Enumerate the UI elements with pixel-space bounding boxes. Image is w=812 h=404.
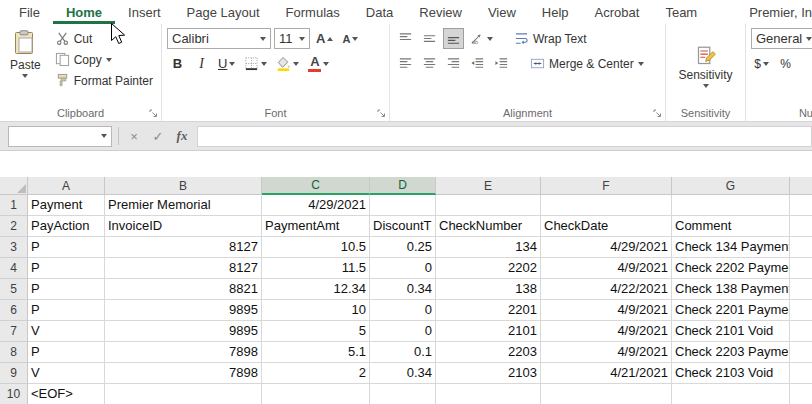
row-header-2[interactable]: 2	[0, 216, 28, 237]
tab-insert[interactable]: Insert	[115, 0, 174, 24]
cell-A1[interactable]: Payment	[28, 195, 105, 216]
cell-H4[interactable]	[790, 258, 812, 279]
tab-view[interactable]: View	[475, 0, 529, 24]
column-header-G[interactable]: G	[672, 177, 790, 195]
increase-indent-button[interactable]	[491, 53, 512, 74]
cell-H1[interactable]	[790, 195, 812, 216]
cell-F7[interactable]: 4/9/2021	[541, 321, 672, 342]
cell-D7[interactable]: 0	[370, 321, 436, 342]
column-header-E[interactable]: E	[436, 177, 541, 195]
cell-C7[interactable]: 5	[262, 321, 370, 342]
tab-file[interactable]: File	[6, 0, 53, 24]
cell-A2[interactable]: PayAction	[28, 216, 105, 237]
cell-A4[interactable]: P	[28, 258, 105, 279]
column-header-C[interactable]: C	[262, 177, 370, 195]
tab-home[interactable]: Home	[53, 0, 115, 24]
cell-F4[interactable]: 4/9/2021	[541, 258, 672, 279]
cell-G1[interactable]	[672, 195, 790, 216]
font-dialog-launcher[interactable]	[377, 109, 386, 118]
cell-E10[interactable]	[436, 384, 541, 404]
row-header-3[interactable]: 3	[0, 237, 28, 258]
cell-A5[interactable]: P	[28, 279, 105, 300]
cell-D8[interactable]: 0.1	[370, 342, 436, 363]
cell-E5[interactable]: 138	[436, 279, 541, 300]
cell-E4[interactable]: 2202	[436, 258, 541, 279]
cell-B9[interactable]: 7898	[105, 363, 262, 384]
alignment-dialog-launcher[interactable]	[653, 109, 662, 118]
cell-C2[interactable]: PaymentAmt	[262, 216, 370, 237]
row-header-7[interactable]: 7	[0, 321, 28, 342]
cell-B4[interactable]: 8127	[105, 258, 262, 279]
cell-A10[interactable]: <EOF>	[28, 384, 105, 404]
cell-C9[interactable]: 2	[262, 363, 370, 384]
tab-team[interactable]: Team	[652, 0, 710, 24]
cell-B3[interactable]: 8127	[105, 237, 262, 258]
cell-D6[interactable]: 0	[370, 300, 436, 321]
cell-H3[interactable]	[790, 237, 812, 258]
cell-E7[interactable]: 2101	[436, 321, 541, 342]
font-size-select[interactable]: 11	[274, 28, 310, 49]
select-all-corner[interactable]	[0, 177, 28, 195]
cell-G2[interactable]: Comment	[672, 216, 790, 237]
decrease-indent-button[interactable]	[467, 53, 488, 74]
cell-A6[interactable]: P	[28, 300, 105, 321]
cell-C8[interactable]: 5.1	[262, 342, 370, 363]
cut-button[interactable]: Cut	[52, 28, 156, 49]
tab-acrobat[interactable]: Acrobat	[582, 0, 653, 24]
row-header-1[interactable]: 1	[0, 195, 28, 216]
cell-A8[interactable]: P	[28, 342, 105, 363]
cell-F2[interactable]: CheckDate	[541, 216, 672, 237]
cell-E1[interactable]	[436, 195, 541, 216]
cell-C4[interactable]: 11.5	[262, 258, 370, 279]
enter-button[interactable]: ✓	[149, 129, 167, 144]
cell-F5[interactable]: 4/22/2021	[541, 279, 672, 300]
underline-button[interactable]: U	[215, 53, 238, 74]
orientation-button[interactable]: ab	[467, 28, 496, 49]
cell-G4[interactable]: Check 2202 Payment	[672, 258, 790, 279]
cell-G9[interactable]: Check 2103 Void	[672, 363, 790, 384]
formula-input[interactable]	[197, 126, 812, 147]
align-top-button[interactable]	[395, 28, 416, 49]
sensitivity-button[interactable]: Sensitivity	[671, 28, 740, 104]
cell-D1[interactable]	[370, 195, 436, 216]
row-header-8[interactable]: 8	[0, 342, 28, 363]
percent-button[interactable]: %	[775, 53, 796, 74]
cell-G8[interactable]: Check 2203 Payment	[672, 342, 790, 363]
decrease-font-button[interactable]: A	[339, 28, 361, 49]
cell-H8[interactable]	[790, 342, 812, 363]
cell-E6[interactable]: 2201	[436, 300, 541, 321]
cell-E8[interactable]: 2203	[436, 342, 541, 363]
cell-E2[interactable]: CheckNumber	[436, 216, 541, 237]
name-box[interactable]	[8, 126, 112, 147]
borders-button[interactable]	[241, 53, 270, 74]
cell-H6[interactable]	[790, 300, 812, 321]
account-label[interactable]: Premier, In	[743, 0, 812, 24]
font-family-select[interactable]: Calibri	[167, 28, 271, 49]
fill-color-button[interactable]	[273, 53, 302, 74]
cell-B5[interactable]: 8821	[105, 279, 262, 300]
column-header-D[interactable]: D	[370, 177, 436, 195]
cell-B1[interactable]: Premier Memorial	[105, 195, 262, 216]
cell-C6[interactable]: 10	[262, 300, 370, 321]
insert-function-button[interactable]: fx	[173, 128, 191, 144]
cell-D2[interactable]: DiscountT	[370, 216, 436, 237]
cell-D3[interactable]: 0.25	[370, 237, 436, 258]
paste-button[interactable]: Paste	[5, 28, 46, 104]
cell-D5[interactable]: 0.34	[370, 279, 436, 300]
tab-data[interactable]: Data	[353, 0, 406, 24]
cell-B6[interactable]: 9895	[105, 300, 262, 321]
tab-formulas[interactable]: Formulas	[273, 0, 353, 24]
align-center-button[interactable]	[419, 53, 440, 74]
cell-G6[interactable]: Check 2201 Payment	[672, 300, 790, 321]
cell-G7[interactable]: Check 2101 Void	[672, 321, 790, 342]
cell-F6[interactable]: 4/9/2021	[541, 300, 672, 321]
cell-G10[interactable]	[672, 384, 790, 404]
cell-E3[interactable]: 134	[436, 237, 541, 258]
cell-D4[interactable]: 0	[370, 258, 436, 279]
cell-H10[interactable]	[790, 384, 812, 404]
font-color-button[interactable]: A	[305, 53, 332, 74]
tab-review[interactable]: Review	[406, 0, 475, 24]
clipboard-dialog-launcher[interactable]	[149, 109, 158, 118]
increase-font-button[interactable]: A	[313, 28, 336, 49]
cell-C1[interactable]: 4/29/2021	[262, 195, 370, 216]
